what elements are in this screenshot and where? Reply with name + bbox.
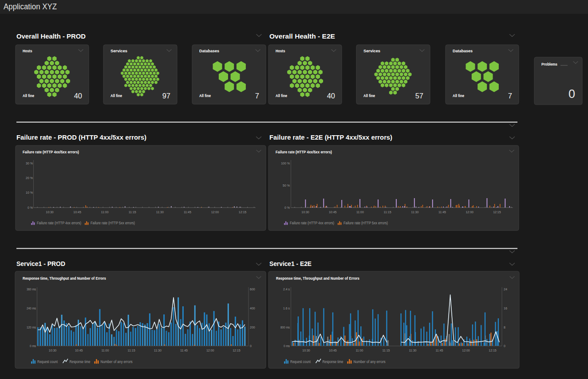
svg-text:600: 600 — [250, 288, 255, 291]
svg-text:11:15: 11:15 — [384, 211, 391, 214]
svg-text:11:15: 11:15 — [129, 211, 136, 214]
svg-text:0: 0 — [250, 344, 252, 348]
svg-text:360 ms: 360 ms — [27, 288, 36, 291]
svg-text:0: 0 — [504, 344, 505, 348]
svg-text:Hosts: Hosts — [23, 49, 32, 53]
svg-text:0 ms: 0 ms — [284, 344, 290, 348]
svg-text:Response time, Throughput and: Response time, Throughput and Number of … — [23, 276, 106, 281]
svg-text:7: 7 — [255, 92, 259, 100]
svg-text:12:15: 12:15 — [239, 211, 247, 214]
svg-text:100 %: 100 % — [281, 162, 290, 165]
svg-text:800 ms: 800 ms — [280, 326, 290, 329]
svg-text:Service1 - E2E: Service1 - E2E — [269, 260, 312, 267]
svg-text:12:15: 12:15 — [233, 349, 241, 352]
svg-text:All fine: All fine — [453, 94, 464, 98]
svg-text:10:45: 10:45 — [75, 349, 83, 352]
svg-text:Service1 - PROD: Service1 - PROD — [16, 260, 65, 267]
svg-text:Failure rate (HTTP 5xx errors): Failure rate (HTTP 5xx errors) — [91, 221, 135, 225]
svg-text:Application XYZ: Application XYZ — [4, 2, 57, 11]
svg-text:All fine: All fine — [199, 94, 211, 98]
svg-text:11:30: 11:30 — [154, 349, 162, 352]
svg-text:10 %: 10 % — [26, 191, 33, 194]
svg-text:12:00: 12:00 — [462, 349, 470, 352]
svg-text:40: 40 — [74, 92, 82, 100]
svg-text:10:30: 10:30 — [301, 211, 309, 214]
svg-text:11:45: 11:45 — [180, 349, 188, 352]
svg-text:10:30: 10:30 — [49, 349, 57, 352]
svg-text:10:45: 10:45 — [329, 349, 337, 352]
svg-text:Number of any errors: Number of any errors — [354, 359, 386, 364]
svg-text:40: 40 — [327, 92, 335, 100]
svg-text:11:45: 11:45 — [184, 211, 191, 214]
svg-text:All fine: All fine — [363, 94, 375, 98]
svg-text:11:45: 11:45 — [438, 211, 446, 214]
svg-text:400: 400 — [250, 307, 255, 310]
svg-text:11:30: 11:30 — [411, 211, 418, 214]
svg-text:All fine: All fine — [276, 94, 287, 98]
svg-text:Response time: Response time — [70, 359, 91, 364]
svg-text:0 %: 0 % — [284, 206, 290, 209]
svg-text:10:30: 10:30 — [46, 211, 54, 214]
svg-text:Failure rate (HTTP 4xx/5xx err: Failure rate (HTTP 4xx/5xx errors) — [276, 150, 332, 154]
svg-text:50 %: 50 % — [283, 184, 290, 187]
svg-text:12:15: 12:15 — [489, 349, 497, 352]
svg-text:Failure rate (HTTP 4xx errors): Failure rate (HTTP 4xx errors) — [37, 221, 81, 225]
svg-text:Request count: Request count — [290, 359, 311, 364]
svg-text:11:15: 11:15 — [128, 349, 135, 352]
svg-text:Number of any errors: Number of any errors — [101, 359, 133, 364]
svg-text:30 %: 30 % — [26, 162, 33, 165]
svg-text:10:30: 10:30 — [302, 349, 310, 352]
svg-text:11:15: 11:15 — [383, 349, 390, 352]
svg-text:11:30: 11:30 — [409, 349, 417, 352]
svg-text:Failure rate (HTTP 4xx/5xx err: Failure rate (HTTP 4xx/5xx errors) — [23, 150, 79, 154]
svg-text:Failure rate (HTTP 4xx errors): Failure rate (HTTP 4xx errors) — [290, 221, 334, 225]
svg-text:10:45: 10:45 — [329, 211, 337, 214]
svg-text:Hosts: Hosts — [276, 49, 285, 53]
svg-text:0: 0 — [568, 87, 575, 101]
svg-text:11:00: 11:00 — [356, 349, 363, 352]
svg-text:Services: Services — [110, 49, 127, 53]
svg-text:12:00: 12:00 — [206, 349, 214, 352]
svg-text:1.6 s: 1.6 s — [283, 307, 290, 310]
svg-text:Response time: Response time — [323, 359, 343, 364]
svg-text:0 ms: 0 ms — [30, 344, 36, 348]
svg-text:57: 57 — [415, 92, 423, 100]
svg-text:11:30: 11:30 — [156, 211, 164, 214]
svg-text:240 ms: 240 ms — [27, 307, 36, 310]
svg-text:Problems: Problems — [541, 62, 557, 66]
svg-text:11:45: 11:45 — [436, 349, 443, 352]
svg-text:11:00: 11:00 — [101, 349, 109, 352]
svg-text:11:00: 11:00 — [101, 211, 109, 214]
svg-text:10:45: 10:45 — [73, 211, 81, 214]
svg-text:2.4 s: 2.4 s — [283, 288, 290, 291]
svg-text:16: 16 — [504, 307, 507, 310]
svg-text:Databases: Databases — [453, 49, 473, 53]
svg-text:97: 97 — [162, 92, 170, 100]
svg-text:Failure rate - PROD (HTTP 4xx/: Failure rate - PROD (HTTP 4xx/5xx errors… — [16, 134, 146, 141]
svg-text:All fine: All fine — [23, 94, 34, 98]
svg-text:Overall Health - E2E: Overall Health - E2E — [269, 33, 335, 40]
svg-text:7: 7 — [508, 92, 512, 100]
svg-text:Failure rate - E2E (HTTP 4xx/5: Failure rate - E2E (HTTP 4xx/5xx errors) — [269, 134, 392, 141]
svg-text:24: 24 — [504, 288, 507, 291]
svg-text:All fine: All fine — [110, 94, 122, 98]
svg-text:Request count: Request count — [37, 359, 58, 364]
svg-text:12:15: 12:15 — [493, 211, 501, 214]
svg-text:0 %: 0 % — [28, 206, 33, 209]
svg-text:Services: Services — [363, 49, 380, 53]
svg-text:12:00: 12:00 — [211, 211, 219, 214]
svg-text:Response time, Throughput and: Response time, Throughput and Number of … — [276, 276, 359, 281]
svg-text:120 ms: 120 ms — [27, 326, 36, 329]
svg-text:Overall Health - PROD: Overall Health - PROD — [16, 33, 86, 40]
svg-text:20 %: 20 % — [26, 176, 33, 180]
svg-text:8: 8 — [504, 326, 505, 329]
svg-text:11:00: 11:00 — [356, 211, 364, 214]
svg-text:Databases: Databases — [199, 49, 219, 53]
svg-text:Failure rate (HTTP 5xx errors): Failure rate (HTTP 5xx errors) — [343, 221, 388, 225]
svg-text:200: 200 — [250, 326, 255, 329]
svg-text:12:00: 12:00 — [466, 211, 474, 214]
